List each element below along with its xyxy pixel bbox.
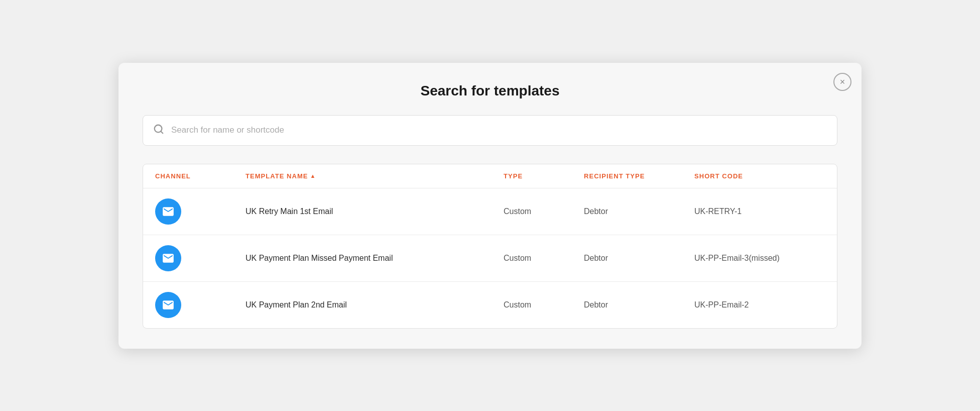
table-row[interactable]: UK Payment Plan Missed Payment Email Cus… bbox=[143, 235, 837, 282]
column-header-recipient-type[interactable]: RECIPIENT TYPE bbox=[584, 172, 694, 180]
cell-template-name-2: UK Payment Plan 2nd Email bbox=[246, 300, 504, 310]
cell-type-2: Custom bbox=[504, 300, 584, 310]
cell-type-1: Custom bbox=[504, 254, 584, 263]
table-row[interactable]: UK Retry Main 1st Email Custom Debtor UK… bbox=[143, 188, 837, 235]
column-header-short-code[interactable]: SHORT CODE bbox=[694, 172, 825, 180]
cell-template-name-0: UK Retry Main 1st Email bbox=[246, 207, 504, 216]
cell-channel-2 bbox=[155, 292, 246, 318]
modal-title: Search for templates bbox=[143, 83, 837, 99]
email-icon-0 bbox=[155, 198, 181, 225]
column-label-short-code: SHORT CODE bbox=[694, 172, 743, 180]
column-label-template-name: TEMPLATE NAME bbox=[246, 172, 308, 180]
table-row[interactable]: UK Payment Plan 2nd Email Custom Debtor … bbox=[143, 282, 837, 328]
cell-channel-0 bbox=[155, 198, 246, 225]
search-templates-modal: × Search for templates CHANNEL TEMPLATE … bbox=[118, 63, 862, 349]
close-button[interactable]: × bbox=[833, 73, 851, 91]
column-label-channel: CHANNEL bbox=[155, 172, 191, 180]
column-header-type[interactable]: TYPE bbox=[504, 172, 584, 180]
close-icon: × bbox=[840, 77, 845, 86]
cell-template-name-1: UK Payment Plan Missed Payment Email bbox=[246, 254, 504, 263]
email-icon-2 bbox=[155, 292, 181, 318]
sort-asc-icon: ▲ bbox=[310, 173, 316, 179]
cell-recipient-type-1: Debtor bbox=[584, 254, 694, 263]
cell-recipient-type-2: Debtor bbox=[584, 300, 694, 310]
cell-short-code-1: UK-PP-Email-3(missed) bbox=[694, 254, 825, 263]
cell-recipient-type-0: Debtor bbox=[584, 207, 694, 216]
search-bar bbox=[143, 115, 837, 146]
column-label-type: TYPE bbox=[504, 172, 523, 180]
column-label-recipient-type: RECIPIENT TYPE bbox=[584, 172, 645, 180]
svg-line-1 bbox=[161, 131, 163, 133]
cell-channel-1 bbox=[155, 245, 246, 271]
search-icon bbox=[153, 124, 164, 137]
column-header-channel[interactable]: CHANNEL bbox=[155, 172, 246, 180]
email-icon-1 bbox=[155, 245, 181, 271]
cell-type-0: Custom bbox=[504, 207, 584, 216]
cell-short-code-2: UK-PP-Email-2 bbox=[694, 300, 825, 310]
templates-table: CHANNEL TEMPLATE NAME ▲ TYPE RECIPIENT T… bbox=[143, 164, 837, 329]
cell-short-code-0: UK-RETRY-1 bbox=[694, 207, 825, 216]
search-input[interactable] bbox=[171, 125, 827, 135]
column-header-template-name[interactable]: TEMPLATE NAME ▲ bbox=[246, 172, 504, 180]
table-header: CHANNEL TEMPLATE NAME ▲ TYPE RECIPIENT T… bbox=[143, 164, 837, 188]
